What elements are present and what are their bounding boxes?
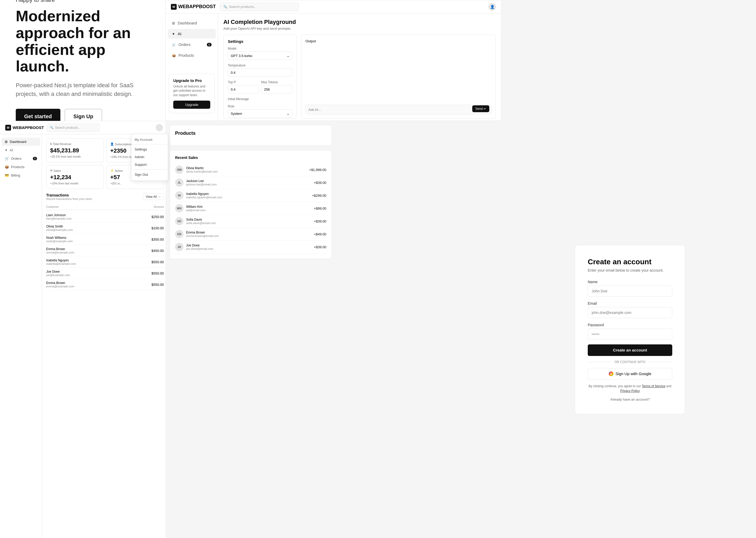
- app-sidebar: Dashboard AI Orders 6 Products Upgrade t…: [165, 13, 218, 121]
- dash-sidebar-products[interactable]: 📦 Products: [2, 163, 40, 171]
- revenue-label: $ Total Revenue: [50, 142, 100, 145]
- max-tokens-field: Max Tokens 256: [261, 81, 292, 93]
- dash-logo: W WEBAPPBOOST: [5, 125, 44, 131]
- top-p-input[interactable]: 0.4: [228, 85, 259, 93]
- app-brand-name: WEBAPPBOOST: [178, 4, 216, 10]
- google-signup-button[interactable]: G Sign Up with Google: [588, 368, 672, 380]
- role-chevron-icon: ⌄: [287, 112, 290, 116]
- dash-sidebar-ai[interactable]: ✦ AI: [2, 146, 40, 154]
- dash-billing-label: Billing: [11, 173, 20, 177]
- transaction-amount: $550.00: [152, 271, 164, 275]
- sale-email: isabella.nguyen@email.com: [186, 196, 309, 199]
- sale-avatar: JD: [175, 243, 183, 251]
- middle-area: Products Recent Sales OM Olivia Martin o…: [165, 121, 336, 538]
- transactions-title-group: Transactions Recent transactions from yo…: [46, 193, 93, 200]
- sale-avatar: SD: [175, 217, 183, 225]
- sale-info: William Kim wil@email.com: [186, 205, 311, 212]
- customer-name: Isabella Nguyen: [46, 258, 76, 262]
- dash-search[interactable]: 🔍 Search products...: [47, 124, 100, 132]
- table-row: Emma Brown emma@example.com $550.00: [46, 279, 164, 290]
- sale-avatar: WK: [175, 204, 183, 213]
- dash-brand: WEBAPPBOOST: [13, 125, 44, 130]
- sale-amount: +$39.00: [314, 245, 326, 249]
- privacy-link[interactable]: Privacy Policy: [620, 389, 640, 393]
- sale-amount: +$39.00: [314, 219, 326, 223]
- account-menu-settings[interactable]: Settings: [131, 145, 168, 153]
- col-amount: Amount: [154, 205, 164, 208]
- top-p-field: Top P 0.4: [228, 81, 259, 93]
- sale-info: Emma Brown emma.brown@email.com: [186, 231, 311, 238]
- account-menu-divider: [131, 144, 168, 144]
- max-tokens-value: 256: [264, 87, 270, 91]
- customer-email: emma@example.com: [46, 251, 74, 254]
- top-p-label: Top P: [228, 81, 259, 84]
- view-all-button[interactable]: View All →: [143, 193, 164, 200]
- transaction-amount: $450.00: [152, 249, 164, 253]
- account-menu-signout[interactable]: Sign Out: [131, 171, 168, 178]
- arrow-right-icon: →: [158, 195, 161, 198]
- dash-main: $ Total Revenue $45,231.89 +20.1% from l…: [42, 134, 168, 538]
- logo-mark: W: [171, 4, 177, 10]
- upgrade-section: Upgrade to Pro Unlock all features and g…: [165, 71, 218, 116]
- sale-name: Olivia Martin: [186, 166, 307, 170]
- role-select[interactable]: System ⌄: [228, 109, 292, 118]
- customer-email: emma@example.com: [46, 285, 74, 288]
- sidebar-item-dashboard[interactable]: Dashboard: [168, 18, 216, 28]
- terms-and: and: [666, 384, 672, 388]
- sale-info: Isabella Nguyen isabella.nguyen@email.co…: [186, 192, 309, 199]
- transactions-title: Transactions: [46, 193, 93, 197]
- sidebar-item-ai[interactable]: AI: [168, 29, 216, 39]
- avatar-icon: 👤: [490, 5, 495, 9]
- account-menu-admin[interactable]: Admin: [131, 153, 168, 161]
- transaction-amount: $150.00: [152, 226, 164, 230]
- dashboard-icon: [172, 21, 175, 25]
- model-field: Model GPT 3.5-turbo ⌄: [228, 47, 292, 60]
- email-input[interactable]: [588, 307, 672, 318]
- max-tokens-input[interactable]: 256: [261, 85, 292, 93]
- send-button[interactable]: Send ↵: [472, 105, 489, 112]
- dash-search-placeholder: Search products...: [55, 126, 80, 130]
- customer-email: liam@example.com: [46, 217, 72, 220]
- dash-sidebar-dashboard[interactable]: ⊞ Dashboard: [2, 138, 40, 146]
- dash-dashboard-icon: ⊞: [5, 140, 8, 144]
- top-p-value: 0.4: [231, 87, 235, 91]
- upgrade-button[interactable]: Upgrade: [173, 101, 210, 109]
- sale-avatar: EB: [175, 230, 183, 238]
- create-account-button[interactable]: Create an account: [588, 345, 672, 356]
- dash-billing-icon: 💳: [5, 173, 9, 177]
- dashboard-section: W WEBAPPBOOST 🔍 Search products... ⊞ Das…: [0, 121, 168, 538]
- sidebar-products-label: Products: [178, 53, 194, 58]
- ask-ai-wrap: Send ↵: [306, 105, 492, 114]
- sale-avatar: OM: [175, 166, 183, 174]
- dash-sidebar-billing[interactable]: 💳 Billing: [2, 171, 40, 180]
- signup-section: Create an account Enter your email below…: [504, 121, 756, 538]
- app-search[interactable]: 🔍 Search products...: [220, 3, 299, 11]
- password-input[interactable]: [588, 329, 672, 340]
- ask-ai-input[interactable]: [306, 105, 492, 114]
- terms-link[interactable]: Terms of Service: [642, 384, 665, 388]
- sale-amount: +$49.00: [314, 232, 326, 236]
- topbar-right: 👤: [489, 3, 496, 11]
- chevron-down-icon: ⌄: [287, 54, 290, 58]
- dash-ai-icon: ✦: [5, 148, 8, 152]
- terms-text: By clicking continue, you agree to our T…: [588, 384, 672, 393]
- dash-sidebar-orders[interactable]: 🛒 Orders 6: [2, 154, 40, 163]
- model-select[interactable]: GPT 3.5-turbo ⌄: [228, 51, 292, 60]
- sales-value: +12,234: [50, 174, 100, 181]
- transaction-amount: $250.00: [152, 215, 164, 219]
- google-icon: G: [609, 371, 613, 376]
- sidebar-item-products[interactable]: Products: [168, 50, 216, 60]
- account-menu-support[interactable]: Support: [131, 161, 168, 168]
- sidebar-orders-label: Orders: [178, 42, 191, 47]
- already-have-account[interactable]: Already have an account?: [588, 398, 672, 402]
- dash-avatar[interactable]: [156, 124, 163, 131]
- role-label: Role: [228, 105, 292, 108]
- sidebar-item-orders[interactable]: Orders 6: [168, 40, 216, 49]
- sale-amount: +$299.00: [312, 193, 326, 197]
- temperature-input[interactable]: 0.4: [228, 68, 292, 77]
- customer-email: joe@example.com: [46, 273, 70, 277]
- col-customer: Customer: [46, 205, 59, 208]
- dash-logo-mark: W: [5, 125, 11, 131]
- name-input[interactable]: [588, 286, 672, 296]
- user-avatar[interactable]: 👤: [489, 3, 496, 11]
